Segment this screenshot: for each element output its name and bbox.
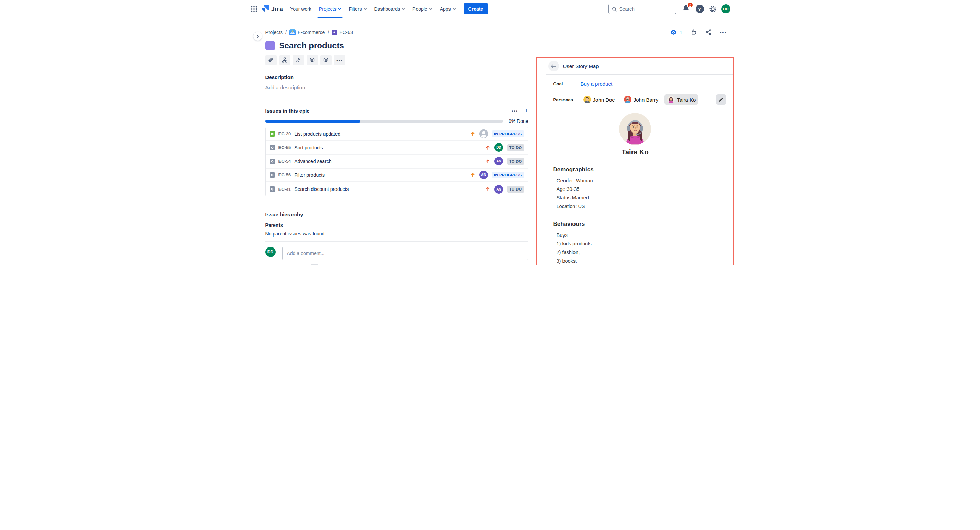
edit-personas-button[interactable]: [716, 94, 726, 105]
assignee-avatar[interactable]: DD: [495, 143, 503, 152]
link-issue-button[interactable]: [293, 55, 304, 65]
add-child-issue-button[interactable]: [279, 55, 291, 65]
issue-row[interactable]: EC-56 Filter products AN IN PROGRESS: [266, 168, 528, 182]
demographics-heading: Demographics: [553, 166, 733, 173]
issue-row[interactable]: EC-20 List products updated IN PROGRESS: [266, 127, 528, 141]
app-switcher-icon: [251, 6, 257, 12]
task-type-icon: [270, 186, 275, 192]
nav-item[interactable]: Your work: [286, 0, 315, 18]
jira-app-window: Jira Your work Projects Filters Dashboar…: [245, 0, 735, 265]
nav-item-label: Apps: [440, 6, 451, 12]
watch-button[interactable]: 1: [670, 30, 682, 35]
behaviours-lines: Buys1) kids products2) fashion,3) books,…: [557, 231, 723, 265]
goal-row: Goal Buy a product: [538, 81, 733, 87]
app-switcher-button[interactable]: [248, 3, 259, 14]
persona-chips: John Doe John Barry Taira Ko: [581, 94, 716, 105]
breadcrumb-issue-key[interactable]: EC-63: [339, 30, 353, 35]
breadcrumb-issue-link[interactable]: EC-63: [332, 30, 353, 35]
global-search[interactable]: [608, 4, 676, 14]
nav-item[interactable]: Dashboards: [371, 0, 409, 18]
chevron-down-icon: [429, 8, 432, 10]
issue-summary[interactable]: Filter products: [294, 172, 470, 178]
behaviours-line: 2) fashion,: [557, 248, 723, 257]
status-badge[interactable]: TO DO: [507, 186, 524, 192]
user-avatar[interactable]: DD: [721, 5, 730, 13]
comment-input[interactable]: [282, 247, 528, 260]
page-body: Projects / E-commerce / EC-63: [245, 19, 735, 265]
nav-item[interactable]: Filters: [345, 0, 370, 18]
toolbar-more-button[interactable]: •••: [334, 55, 345, 65]
persona-chip-name: John Doe: [593, 97, 615, 103]
back-arrow-icon: [551, 64, 556, 69]
app-action-button-1[interactable]: [307, 55, 318, 65]
breadcrumb-separator: /: [328, 30, 329, 35]
issue-row[interactable]: EC-55 Sort products DD TO DO: [266, 141, 528, 155]
issue-summary[interactable]: Advanced search: [294, 159, 485, 164]
personas-label: Personas: [553, 97, 581, 102]
description-placeholder[interactable]: Add a description...: [266, 84, 528, 90]
search-input[interactable]: [619, 6, 673, 12]
status-badge[interactable]: TO DO: [507, 144, 524, 151]
more-actions-button[interactable]: •••: [720, 30, 727, 35]
persona-man-yellow-icon: [584, 96, 591, 103]
keyboard-shortcut-badge: M: [311, 264, 318, 265]
breadcrumb-projects-link[interactable]: Projects: [266, 30, 283, 35]
link-icon: [295, 57, 301, 63]
create-button[interactable]: Create: [464, 3, 488, 14]
attach-button[interactable]: [266, 55, 277, 65]
issue-row[interactable]: EC-41 Search discount products AN TO DO: [266, 182, 528, 196]
persona-chip[interactable]: Taira Ko: [665, 94, 698, 105]
chevron-down-icon: [453, 8, 456, 10]
help-button[interactable]: ?: [696, 5, 704, 13]
comment-protip: Pro tip: press M to comment: [282, 264, 528, 265]
jira-logo[interactable]: Jira: [259, 5, 287, 13]
status-badge[interactable]: IN PROGRESS: [492, 171, 524, 178]
assignee-avatar[interactable]: AN: [495, 185, 503, 194]
assignee-avatar[interactable]: AN: [495, 157, 503, 165]
issue-row[interactable]: EC-54 Advanced search AN TO DO: [266, 155, 528, 168]
epic-issues-heading: Issues in this epic: [266, 108, 310, 114]
panel-divider: [552, 161, 730, 161]
status-badge[interactable]: IN PROGRESS: [492, 130, 524, 137]
issue-summary[interactable]: List products updated: [294, 131, 470, 136]
persona-chip[interactable]: John Doe: [581, 94, 618, 105]
ellipsis-icon: •••: [336, 58, 343, 63]
nav-item[interactable]: Projects: [315, 0, 345, 18]
current-user-avatar: DD: [266, 247, 276, 257]
chevron-down-icon: [338, 8, 341, 10]
goal-link[interactable]: Buy a product: [581, 81, 612, 87]
panel-title: User Story Map: [563, 63, 599, 69]
issue-key: EC-20: [278, 131, 291, 136]
demographics-line: Status:Married: [557, 194, 723, 202]
notifications-button[interactable]: 2: [682, 4, 691, 14]
nav-item[interactable]: People: [409, 0, 436, 18]
issue-key: EC-41: [278, 187, 291, 192]
epic-issues-more-button[interactable]: •••: [512, 108, 519, 113]
add-issue-button[interactable]: +: [524, 108, 528, 114]
notification-count-badge: 2: [687, 2, 693, 8]
protip-suffix: to comment: [320, 264, 342, 265]
priority-icon: [485, 186, 490, 192]
sidebar-expand-button[interactable]: [253, 32, 262, 41]
task-type-icon: [270, 172, 275, 178]
panel-back-button[interactable]: [548, 61, 559, 71]
issue-summary[interactable]: Search discount products: [294, 186, 485, 192]
unassigned-avatar[interactable]: [479, 129, 488, 138]
settings-icon: [709, 5, 717, 13]
persona-chip[interactable]: John Barry: [621, 94, 661, 105]
share-button[interactable]: [705, 29, 712, 35]
assignee-avatar[interactable]: AN: [479, 171, 488, 179]
attach-icon: [268, 57, 274, 63]
issue-summary[interactable]: Sort products: [294, 145, 485, 150]
behaviours-heading: Behaviours: [553, 221, 733, 228]
breadcrumb-project-label[interactable]: E-commerce: [298, 30, 325, 35]
section-divider: [266, 241, 528, 242]
status-badge[interactable]: TO DO: [507, 158, 524, 165]
jira-logo-text: Jira: [271, 5, 283, 13]
app-action-button-2[interactable]: [320, 55, 332, 65]
nav-item[interactable]: Apps: [436, 0, 460, 18]
like-button[interactable]: [690, 29, 697, 35]
settings-button[interactable]: [709, 5, 717, 13]
watch-icon: [670, 30, 677, 35]
breadcrumb-project-link[interactable]: E-commerce: [290, 29, 325, 35]
